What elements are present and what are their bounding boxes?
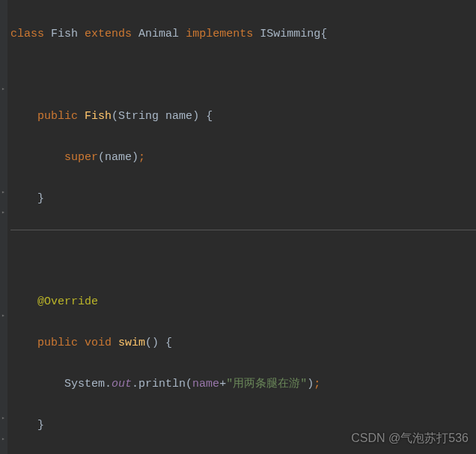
watermark: CSDN @气泡苏打536 xyxy=(351,428,469,449)
code-line: class Fish extends Animal implements ISw… xyxy=(10,24,476,45)
code-line: System.out.println(name+"用两条腿在游"); xyxy=(10,374,476,395)
code-line: @Override xyxy=(10,292,476,313)
code-line xyxy=(10,251,476,272)
fold-marker-icon[interactable]: ▸ xyxy=(1,209,5,215)
method-separator xyxy=(10,230,476,230)
fold-marker-icon[interactable]: ▸ xyxy=(1,86,5,92)
fold-marker-icon[interactable]: ▸ xyxy=(1,313,5,319)
fold-marker-icon[interactable]: ▸ xyxy=(1,189,5,195)
code-line: super(name); xyxy=(10,147,476,168)
fold-marker-icon[interactable]: ▸ xyxy=(1,436,5,442)
code-content[interactable]: class Fish extends Animal implements ISw… xyxy=(7,0,476,454)
code-line xyxy=(10,65,476,86)
code-editor: ▸ ▸ ▸ ▸ ▸ ▸ class Fish extends Animal im… xyxy=(0,0,476,454)
code-line: public void swim() { xyxy=(10,333,476,354)
fold-marker-icon[interactable]: ▸ xyxy=(1,415,5,421)
code-line: public Fish(String name) { xyxy=(10,106,476,127)
gutter: ▸ ▸ ▸ ▸ ▸ ▸ xyxy=(0,0,7,454)
code-line: } xyxy=(10,188,476,209)
